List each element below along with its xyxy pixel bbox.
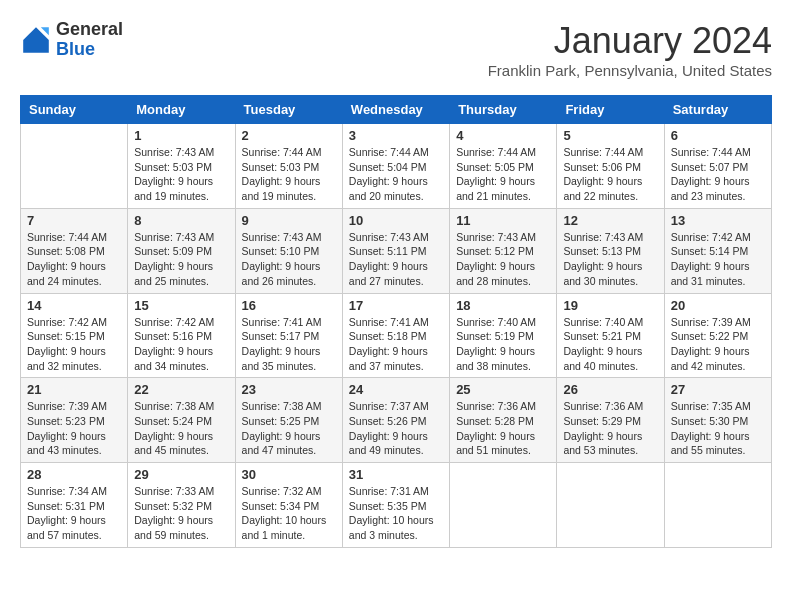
calendar-body: 1 Sunrise: 7:43 AM Sunset: 5:03 PM Dayli… (21, 124, 772, 548)
sunrise-text: Sunrise: 7:42 AM (27, 315, 121, 330)
daylight-text: Daylight: 9 hours and 59 minutes. (134, 513, 228, 542)
logo: General Blue (20, 20, 123, 60)
title-block: January 2024 Franklin Park, Pennsylvania… (488, 20, 772, 79)
weekday-header-monday: Monday (128, 96, 235, 124)
day-info: Sunrise: 7:43 AM Sunset: 5:12 PM Dayligh… (456, 230, 550, 289)
sunset-text: Sunset: 5:04 PM (349, 160, 443, 175)
day-info: Sunrise: 7:42 AM Sunset: 5:15 PM Dayligh… (27, 315, 121, 374)
day-info: Sunrise: 7:39 AM Sunset: 5:23 PM Dayligh… (27, 399, 121, 458)
sunset-text: Sunset: 5:17 PM (242, 329, 336, 344)
daylight-text: Daylight: 9 hours and 34 minutes. (134, 344, 228, 373)
sunrise-text: Sunrise: 7:40 AM (563, 315, 657, 330)
day-info: Sunrise: 7:44 AM Sunset: 5:04 PM Dayligh… (349, 145, 443, 204)
day-number: 31 (349, 467, 443, 482)
daylight-text: Daylight: 9 hours and 49 minutes. (349, 429, 443, 458)
calendar-cell: 30 Sunrise: 7:32 AM Sunset: 5:34 PM Dayl… (235, 463, 342, 548)
page-header: General Blue January 2024 Franklin Park,… (20, 20, 772, 79)
calendar-cell: 19 Sunrise: 7:40 AM Sunset: 5:21 PM Dayl… (557, 293, 664, 378)
calendar-cell: 7 Sunrise: 7:44 AM Sunset: 5:08 PM Dayli… (21, 208, 128, 293)
sunrise-text: Sunrise: 7:39 AM (27, 399, 121, 414)
sunset-text: Sunset: 5:34 PM (242, 499, 336, 514)
calendar-header: SundayMondayTuesdayWednesdayThursdayFrid… (21, 96, 772, 124)
sunset-text: Sunset: 5:25 PM (242, 414, 336, 429)
calendar-week-3: 14 Sunrise: 7:42 AM Sunset: 5:15 PM Dayl… (21, 293, 772, 378)
sunset-text: Sunset: 5:26 PM (349, 414, 443, 429)
daylight-text: Daylight: 9 hours and 20 minutes. (349, 174, 443, 203)
calendar-cell: 28 Sunrise: 7:34 AM Sunset: 5:31 PM Dayl… (21, 463, 128, 548)
sunrise-text: Sunrise: 7:35 AM (671, 399, 765, 414)
sunrise-text: Sunrise: 7:31 AM (349, 484, 443, 499)
calendar-cell: 16 Sunrise: 7:41 AM Sunset: 5:17 PM Dayl… (235, 293, 342, 378)
sunset-text: Sunset: 5:03 PM (134, 160, 228, 175)
sunset-text: Sunset: 5:21 PM (563, 329, 657, 344)
day-info: Sunrise: 7:31 AM Sunset: 5:35 PM Dayligh… (349, 484, 443, 543)
day-number: 11 (456, 213, 550, 228)
calendar-cell: 22 Sunrise: 7:38 AM Sunset: 5:24 PM Dayl… (128, 378, 235, 463)
weekday-header-saturday: Saturday (664, 96, 771, 124)
daylight-text: Daylight: 9 hours and 25 minutes. (134, 259, 228, 288)
sunrise-text: Sunrise: 7:43 AM (134, 230, 228, 245)
day-number: 10 (349, 213, 443, 228)
calendar-cell: 6 Sunrise: 7:44 AM Sunset: 5:07 PM Dayli… (664, 124, 771, 209)
sunrise-text: Sunrise: 7:42 AM (134, 315, 228, 330)
daylight-text: Daylight: 9 hours and 37 minutes. (349, 344, 443, 373)
daylight-text: Daylight: 9 hours and 19 minutes. (134, 174, 228, 203)
sunset-text: Sunset: 5:14 PM (671, 244, 765, 259)
calendar-cell: 5 Sunrise: 7:44 AM Sunset: 5:06 PM Dayli… (557, 124, 664, 209)
daylight-text: Daylight: 9 hours and 30 minutes. (563, 259, 657, 288)
day-info: Sunrise: 7:41 AM Sunset: 5:18 PM Dayligh… (349, 315, 443, 374)
day-number: 1 (134, 128, 228, 143)
day-info: Sunrise: 7:33 AM Sunset: 5:32 PM Dayligh… (134, 484, 228, 543)
sunrise-text: Sunrise: 7:41 AM (349, 315, 443, 330)
calendar-week-2: 7 Sunrise: 7:44 AM Sunset: 5:08 PM Dayli… (21, 208, 772, 293)
day-info: Sunrise: 7:43 AM Sunset: 5:09 PM Dayligh… (134, 230, 228, 289)
sunrise-text: Sunrise: 7:44 AM (27, 230, 121, 245)
day-info: Sunrise: 7:42 AM Sunset: 5:16 PM Dayligh… (134, 315, 228, 374)
calendar-cell: 27 Sunrise: 7:35 AM Sunset: 5:30 PM Dayl… (664, 378, 771, 463)
day-info: Sunrise: 7:37 AM Sunset: 5:26 PM Dayligh… (349, 399, 443, 458)
day-number: 6 (671, 128, 765, 143)
daylight-text: Daylight: 9 hours and 19 minutes. (242, 174, 336, 203)
sunset-text: Sunset: 5:09 PM (134, 244, 228, 259)
daylight-text: Daylight: 9 hours and 40 minutes. (563, 344, 657, 373)
day-info: Sunrise: 7:44 AM Sunset: 5:03 PM Dayligh… (242, 145, 336, 204)
weekday-header-sunday: Sunday (21, 96, 128, 124)
day-number: 22 (134, 382, 228, 397)
sunrise-text: Sunrise: 7:32 AM (242, 484, 336, 499)
day-number: 12 (563, 213, 657, 228)
calendar-cell: 31 Sunrise: 7:31 AM Sunset: 5:35 PM Dayl… (342, 463, 449, 548)
sunrise-text: Sunrise: 7:37 AM (349, 399, 443, 414)
calendar-cell: 25 Sunrise: 7:36 AM Sunset: 5:28 PM Dayl… (450, 378, 557, 463)
calendar-cell: 11 Sunrise: 7:43 AM Sunset: 5:12 PM Dayl… (450, 208, 557, 293)
day-number: 7 (27, 213, 121, 228)
day-number: 28 (27, 467, 121, 482)
day-info: Sunrise: 7:42 AM Sunset: 5:14 PM Dayligh… (671, 230, 765, 289)
day-number: 13 (671, 213, 765, 228)
day-info: Sunrise: 7:44 AM Sunset: 5:05 PM Dayligh… (456, 145, 550, 204)
sunrise-text: Sunrise: 7:36 AM (456, 399, 550, 414)
day-number: 17 (349, 298, 443, 313)
sunrise-text: Sunrise: 7:39 AM (671, 315, 765, 330)
day-number: 27 (671, 382, 765, 397)
day-number: 5 (563, 128, 657, 143)
sunrise-text: Sunrise: 7:42 AM (671, 230, 765, 245)
calendar-cell (21, 124, 128, 209)
daylight-text: Daylight: 9 hours and 26 minutes. (242, 259, 336, 288)
sunset-text: Sunset: 5:07 PM (671, 160, 765, 175)
day-info: Sunrise: 7:43 AM Sunset: 5:13 PM Dayligh… (563, 230, 657, 289)
sunrise-text: Sunrise: 7:43 AM (242, 230, 336, 245)
day-info: Sunrise: 7:44 AM Sunset: 5:06 PM Dayligh… (563, 145, 657, 204)
sunrise-text: Sunrise: 7:43 AM (349, 230, 443, 245)
day-info: Sunrise: 7:43 AM Sunset: 5:03 PM Dayligh… (134, 145, 228, 204)
sunset-text: Sunset: 5:05 PM (456, 160, 550, 175)
day-number: 4 (456, 128, 550, 143)
calendar-cell: 13 Sunrise: 7:42 AM Sunset: 5:14 PM Dayl… (664, 208, 771, 293)
calendar-cell: 12 Sunrise: 7:43 AM Sunset: 5:13 PM Dayl… (557, 208, 664, 293)
calendar-cell (450, 463, 557, 548)
calendar-cell: 2 Sunrise: 7:44 AM Sunset: 5:03 PM Dayli… (235, 124, 342, 209)
sunrise-text: Sunrise: 7:33 AM (134, 484, 228, 499)
sunrise-text: Sunrise: 7:44 AM (242, 145, 336, 160)
calendar-cell: 24 Sunrise: 7:37 AM Sunset: 5:26 PM Dayl… (342, 378, 449, 463)
daylight-text: Daylight: 9 hours and 42 minutes. (671, 344, 765, 373)
daylight-text: Daylight: 9 hours and 55 minutes. (671, 429, 765, 458)
